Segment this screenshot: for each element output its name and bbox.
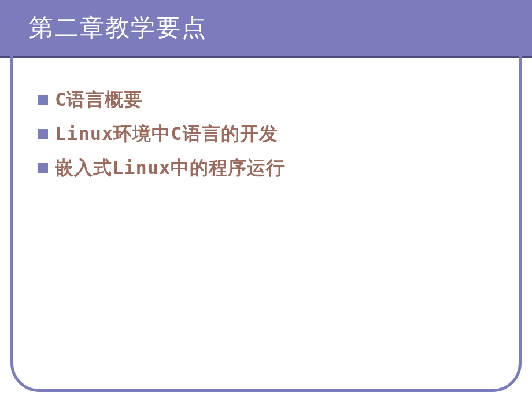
bullet-text: Linux环境中C语言的开发 bbox=[55, 121, 278, 147]
bullet-icon bbox=[38, 129, 48, 139]
bullet-text: C语言概要 bbox=[55, 87, 143, 113]
bullet-text: 嵌入式Linux中的程序运行 bbox=[55, 156, 285, 181]
list-item: C语言概要 bbox=[38, 87, 532, 113]
slide-header: 第二章教学要点 bbox=[0, 0, 532, 58]
slide-title: 第二章教学要点 bbox=[29, 12, 532, 44]
border-bottom bbox=[64, 389, 468, 392]
slide-content: C语言概要 Linux环境中C语言的开发 嵌入式Linux中的程序运行 bbox=[0, 58, 532, 399]
bullet-icon bbox=[38, 95, 48, 105]
list-item: 嵌入式Linux中的程序运行 bbox=[38, 156, 532, 181]
list-item: Linux环境中C语言的开发 bbox=[38, 121, 532, 147]
bullet-icon bbox=[38, 163, 48, 173]
